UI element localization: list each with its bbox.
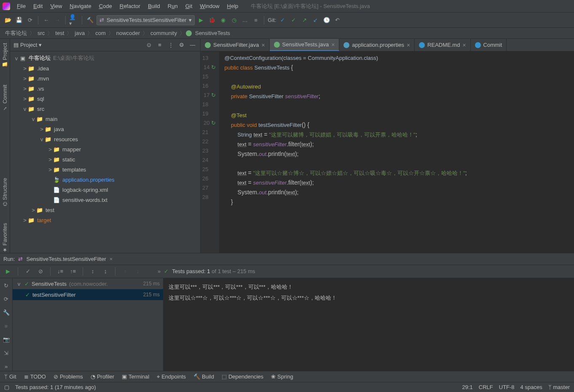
indent-setting[interactable]: 4 spaces [520, 384, 542, 390]
tool-dependencies[interactable]: ⬚ Dependencies [222, 373, 263, 380]
gutter-line[interactable]: 22 [202, 137, 216, 146]
crumb[interactable]: 牛客论坛 [3, 30, 29, 37]
tool-project-tab[interactable]: 📁 Project [2, 43, 8, 68]
line-separator[interactable]: CRLF [479, 384, 493, 390]
gutter-line[interactable]: 14↻ [202, 62, 216, 72]
gutter-line[interactable]: 15 [202, 72, 216, 81]
git-update-icon[interactable]: ✓ [278, 16, 287, 25]
menu-navigate[interactable]: Navigate [66, 2, 94, 10]
gutter-line[interactable]: 18 [202, 99, 216, 109]
gutter-line[interactable]: 26 [202, 174, 216, 183]
avatar-icon[interactable]: 👤▾ [69, 16, 78, 25]
tree-row[interactable]: >📁mapper [10, 144, 200, 154]
tool-git[interactable]: ᛘ Git [4, 373, 16, 380]
tool-spring[interactable]: ❀ Spring [271, 373, 293, 380]
collapse-icon[interactable]: ↨ [101, 267, 110, 276]
attach-icon[interactable]: … [240, 16, 249, 25]
run-icon[interactable]: ▶ [196, 16, 206, 25]
tool-favorites-tab[interactable]: ★ Favorites [2, 223, 8, 253]
tool-commit-tab[interactable]: ✓ Commit [2, 85, 8, 111]
back-icon[interactable]: ← [42, 16, 51, 25]
gutter-line[interactable]: 21 [202, 127, 216, 137]
tool-build[interactable]: 🔨 Build [193, 373, 214, 380]
tool-problems[interactable]: ⊘ Problems [54, 373, 83, 380]
close-icon[interactable]: × [261, 42, 265, 48]
file-encoding[interactable]: UTF-8 [499, 384, 515, 390]
editor-tab[interactable]: Commit [471, 39, 507, 51]
git-rollback-icon[interactable]: ↶ [333, 16, 342, 25]
expand-all-icon[interactable]: ≡ [156, 42, 164, 48]
menu-git[interactable]: Git [182, 2, 196, 10]
tree-row[interactable]: >📁target [10, 215, 200, 225]
git-commit-icon[interactable]: ✓ [289, 16, 298, 25]
test-suite-row[interactable]: v✓ SensitiveTests (com.nowcoder. 215 ms [13, 278, 163, 289]
editor-tab[interactable]: SensitiveTests.java× [270, 39, 340, 51]
hide-icon[interactable]: — [188, 42, 197, 48]
close-icon[interactable]: × [462, 42, 466, 48]
gutter-line[interactable]: 13 [202, 53, 216, 62]
prev-icon[interactable]: ↑ [121, 267, 130, 276]
gutter-line[interactable]: 25 [202, 164, 216, 174]
tree-row[interactable]: >📁sql [10, 94, 200, 104]
menu-build[interactable]: Build [145, 2, 164, 10]
crumb[interactable]: src [36, 30, 46, 36]
build-hammer-icon[interactable]: 🔨 [86, 16, 95, 25]
run-gutter-icon[interactable]: ↻ [211, 64, 216, 70]
close-icon[interactable]: × [110, 256, 113, 262]
sort-down-icon[interactable]: ↓≡ [56, 267, 65, 276]
toggle-passed-icon[interactable]: ✓ [23, 267, 32, 276]
sort-up-icon[interactable]: ↑≡ [68, 267, 78, 276]
code-editor[interactable]: 1314↻151617↻181920↻2122232425262728 @Con… [201, 51, 574, 253]
tree-row[interactable]: >📁.idea [10, 63, 200, 73]
tree-row[interactable]: >📁.vs [10, 83, 200, 94]
menu-file[interactable]: File [13, 2, 29, 10]
collapse-all-icon[interactable]: ⋮ [166, 42, 175, 48]
run-output[interactable]: 这里可以***，可以***，可以***，可以***，哈哈哈！ 这里可以☆***☆… [164, 278, 574, 371]
tree-row[interactable]: >📁static [10, 154, 200, 164]
tree-row[interactable]: 📄sensitive-words.txt [10, 195, 200, 205]
menu-window[interactable]: Window [196, 2, 223, 10]
gutter-line[interactable]: 23 [202, 146, 216, 155]
close-icon[interactable]: × [407, 42, 410, 48]
gutter-line[interactable]: 20↻ [202, 118, 216, 127]
close-icon[interactable]: × [331, 41, 335, 48]
coverage-icon[interactable]: ◉ [218, 16, 228, 25]
toggle-ignored-icon[interactable]: ⊘ [36, 267, 45, 276]
menu-code[interactable]: Code [96, 2, 115, 10]
tree-row[interactable]: 🍃application.properties [10, 175, 200, 185]
tree-row[interactable]: >📁templates [10, 164, 200, 175]
run-config-selector[interactable]: ⇄ SensitiveTests.testSensitiveFilter ▾ [97, 15, 195, 25]
profile-icon[interactable]: ◷ [229, 16, 239, 25]
tool-todo[interactable]: ≣ TODO [24, 373, 46, 380]
tree-row[interactable]: v📁main [10, 114, 200, 124]
crumb[interactable]: SensitiveTests [193, 30, 232, 36]
more2-icon[interactable]: » [2, 362, 11, 371]
test-case-row[interactable]: ✓ testSensitiveFilter 215 ms [13, 289, 163, 300]
menu-help[interactable]: Help [224, 2, 242, 10]
git-history-icon[interactable]: 🕓 [322, 16, 331, 25]
toggle-auto-icon[interactable]: ⟳ [2, 294, 11, 303]
locate-icon[interactable]: ⊙ [145, 42, 153, 48]
status-icon[interactable]: ▢ [4, 384, 9, 390]
gutter-line[interactable]: 28 [202, 192, 216, 201]
more-icon[interactable]: » [158, 268, 161, 274]
tree-row[interactable]: v📁resources [10, 134, 200, 144]
caret-position[interactable]: 29:1 [462, 384, 472, 390]
debug-icon[interactable]: 🐞 [207, 16, 217, 25]
export-icon[interactable]: ⇲ [2, 348, 11, 357]
stop2-icon[interactable]: ■ [2, 321, 11, 330]
menu-run[interactable]: Run [164, 2, 181, 10]
open-icon[interactable]: 📂 [3, 16, 13, 25]
gutter-line[interactable]: 17↻ [202, 90, 216, 99]
crumb[interactable]: java [73, 30, 86, 36]
wrench-icon[interactable]: 🔧 [2, 308, 11, 317]
rerun-failed-icon[interactable]: ↻ [2, 281, 11, 290]
editor-tab[interactable]: README.md× [415, 39, 470, 51]
tree-root[interactable]: v▣ 牛客论坛E:\桌面\牛客论坛 [10, 53, 200, 63]
tree-row[interactable]: v📁src [10, 104, 200, 114]
run-gutter-icon[interactable]: ↻ [211, 120, 216, 126]
test-tree[interactable]: v✓ SensitiveTests (com.nowcoder. 215 ms … [13, 278, 164, 371]
gutter-line[interactable]: 27 [202, 183, 216, 192]
gutter-line[interactable]: 24 [202, 155, 216, 164]
tool-structure-tab[interactable]: ⌬ Structure [2, 178, 8, 206]
